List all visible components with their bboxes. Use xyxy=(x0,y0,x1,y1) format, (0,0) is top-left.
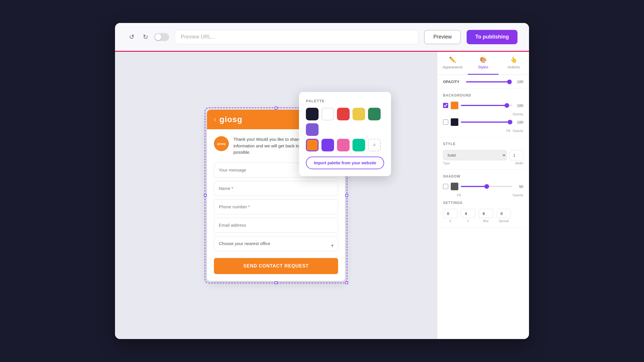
palette-color-orange[interactable] xyxy=(306,139,319,151)
right-panel: ✏️ Appearance 🎨 Styles 👆 Actions OPACITY xyxy=(437,52,529,339)
shadow-section: SHADOW 50 Fill Opacity SETTINGS 0 xyxy=(437,170,529,228)
url-bar: Preview URL... xyxy=(175,30,418,44)
office-select-wrapper: Choose your nearest office xyxy=(214,236,338,255)
fill-color-swatch[interactable] xyxy=(451,118,459,126)
tab-appearance[interactable]: ✏️ Appearance xyxy=(437,52,468,75)
shadow-x-input[interactable]: 0 xyxy=(443,209,457,218)
handle-right[interactable] xyxy=(345,194,348,197)
email-field[interactable] xyxy=(214,218,338,233)
shadow-blur-input[interactable]: 6 xyxy=(479,209,493,218)
shadow-y-label: Y xyxy=(467,219,469,223)
background-title: BACKGROUND xyxy=(443,93,523,97)
fill-opacity-value: 100 xyxy=(515,120,523,124)
fill-checkbox[interactable] xyxy=(443,120,448,125)
bg-opacity-value: 100 xyxy=(515,103,523,108)
redo-icon[interactable]: ↻ xyxy=(140,32,151,42)
widget-back-icon[interactable]: ‹ xyxy=(214,116,216,123)
palette-color-violet[interactable] xyxy=(321,139,334,151)
fill-opacity-slider[interactable] xyxy=(461,122,512,123)
style-width-input[interactable] xyxy=(509,150,523,160)
avatar-text: giosg xyxy=(217,142,225,145)
shadow-blur-label: Blur xyxy=(483,219,489,223)
palette-add-button[interactable]: + xyxy=(368,139,381,151)
opacity-slider[interactable] xyxy=(466,81,512,82)
handle-top[interactable] xyxy=(275,107,277,109)
shadow-x-label: X xyxy=(449,219,451,223)
palette-row-1 xyxy=(306,108,384,136)
style-row: Solid xyxy=(443,150,523,160)
browser-window: ↺ ↻ Preview URL... Preview To publishing xyxy=(115,23,529,339)
palette-color-red[interactable] xyxy=(337,108,350,120)
palette-color-black[interactable] xyxy=(306,108,319,120)
opacity-value: 100 xyxy=(515,80,523,84)
shadow-spread: 0 Spread xyxy=(497,209,511,223)
panel-tabs: ✏️ Appearance 🎨 Styles 👆 Actions xyxy=(437,52,529,75)
preview-toggle[interactable] xyxy=(154,33,169,41)
palette-color-white[interactable] xyxy=(321,108,334,120)
handle-bottom-right[interactable] xyxy=(345,281,348,284)
shadow-y-input[interactable]: 4 xyxy=(461,209,475,218)
style-type-select[interactable]: Solid xyxy=(443,150,507,160)
publish-button[interactable]: To publishing xyxy=(467,30,518,44)
fill-label: Fill xyxy=(506,129,510,132)
appearance-icon: ✏️ xyxy=(449,56,456,63)
top-bar: ↺ ↻ Preview URL... Preview To publishing xyxy=(115,23,529,52)
palette-row-2: + xyxy=(306,139,384,151)
name-field[interactable] xyxy=(214,181,338,196)
shadow-settings-row: 0 X 4 Y 6 Blur 0 Spread xyxy=(443,209,523,223)
opacity-label: OPACITY xyxy=(443,80,463,84)
shadow-opacity-label: Opacity xyxy=(513,193,523,197)
handle-bottom[interactable] xyxy=(275,281,277,284)
shadow-opacity-slider[interactable] xyxy=(461,186,512,187)
widget-logo: giosg xyxy=(219,115,242,124)
bg-color-row: 100 xyxy=(443,101,523,109)
bg-opacity-label: Opacity xyxy=(513,112,523,116)
palette-color-green[interactable] xyxy=(368,108,381,120)
tab-styles[interactable]: 🎨 Styles xyxy=(468,52,498,75)
fill-opacity-label2: Opacity xyxy=(513,129,523,132)
shadow-spread-input[interactable]: 0 xyxy=(497,209,511,218)
shadow-title: SHADOW xyxy=(443,174,523,178)
settings-title: SETTINGS xyxy=(443,201,523,205)
style-title: STYLE xyxy=(443,142,523,146)
style-section: STYLE Solid Type Width xyxy=(437,137,529,170)
palette-title: PALETTE xyxy=(306,99,384,103)
shadow-checkbox[interactable] xyxy=(443,184,448,189)
url-placeholder-text: Preview URL... xyxy=(181,34,215,40)
canvas-area: ‹ giosg ✕ giosg Thank you! Would you lik… xyxy=(115,52,437,339)
palette-color-teal[interactable] xyxy=(352,139,365,151)
shadow-x: 0 X xyxy=(443,209,457,223)
shadow-opacity-value: 50 xyxy=(515,184,523,189)
style-type-label: Type xyxy=(443,161,450,165)
preview-button[interactable]: Preview xyxy=(424,30,461,44)
actions-icon: 👆 xyxy=(510,56,517,63)
shadow-fill-label: Fill xyxy=(457,193,461,197)
main-content: ‹ giosg ✕ giosg Thank you! Would you lik… xyxy=(115,52,529,339)
styles-icon: 🎨 xyxy=(480,56,487,63)
send-button[interactable]: SEND CONTACT REQUEST xyxy=(214,258,338,274)
phone-field[interactable] xyxy=(214,199,338,214)
office-select[interactable]: Choose your nearest office xyxy=(214,236,338,251)
import-palette-button[interactable]: Import palette from your website xyxy=(306,157,384,169)
avatar: giosg xyxy=(214,136,229,151)
palette-color-pink[interactable] xyxy=(337,139,350,151)
bg-checkbox[interactable] xyxy=(443,103,448,108)
widget-header-left: ‹ giosg xyxy=(214,115,242,124)
palette-color-purple[interactable] xyxy=(306,123,319,136)
nav-icons: ↺ ↻ xyxy=(126,32,169,42)
opacity-section: OPACITY 100 xyxy=(437,75,529,89)
tab-actions[interactable]: 👆 Actions xyxy=(499,52,529,75)
handle-left[interactable] xyxy=(204,194,207,197)
shadow-blur: 6 Blur xyxy=(479,209,493,223)
bg-color-swatch[interactable] xyxy=(451,101,459,109)
background-section: BACKGROUND 100 Opacity 100 xyxy=(437,89,529,137)
shadow-color-swatch[interactable] xyxy=(451,182,459,190)
shadow-color-row: 50 xyxy=(443,182,523,190)
palette-popup: PALETTE + Import palette xyxy=(299,92,391,176)
palette-color-yellow[interactable] xyxy=(352,108,365,120)
opacity-row: OPACITY 100 xyxy=(443,80,523,84)
bg-opacity-slider[interactable] xyxy=(461,105,512,106)
fill-row: 100 xyxy=(443,118,523,126)
undo-icon[interactable]: ↺ xyxy=(126,32,137,42)
shadow-spread-label: Spread xyxy=(499,219,509,223)
